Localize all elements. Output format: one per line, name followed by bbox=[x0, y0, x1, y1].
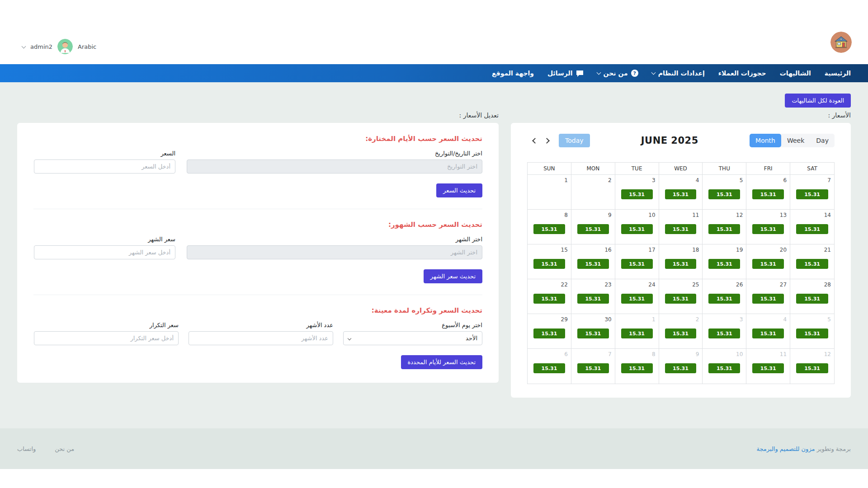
month-input[interactable] bbox=[187, 245, 482, 259]
nav-item-home[interactable]: الرئيسية bbox=[825, 70, 851, 77]
price-badge[interactable]: 15.31 bbox=[665, 259, 697, 269]
calendar-day-cell[interactable]: 715.31 bbox=[571, 349, 615, 384]
view-month-button[interactable]: Month bbox=[750, 134, 781, 147]
calendar-day-cell[interactable]: 415.31 bbox=[746, 314, 790, 349]
calendar-day-cell[interactable]: 1715.31 bbox=[615, 244, 659, 279]
calendar-day-cell[interactable]: 815.31 bbox=[615, 349, 659, 384]
calendar-day-cell[interactable]: 1 bbox=[528, 175, 571, 210]
nav-item-site-frontend[interactable]: واجهة الموقع bbox=[492, 70, 534, 77]
price-badge[interactable]: 15.31 bbox=[665, 328, 697, 338]
price-badge[interactable]: 15.31 bbox=[796, 189, 828, 199]
weekday-select[interactable]: الأحد bbox=[343, 331, 482, 345]
price-badge[interactable]: 15.31 bbox=[533, 363, 565, 373]
price-badge[interactable]: 15.31 bbox=[621, 224, 653, 234]
nav-item-about-us[interactable]: ? من نحن bbox=[597, 70, 638, 77]
price-badge[interactable]: 15.31 bbox=[752, 189, 784, 199]
calendar-day-cell[interactable]: 815.31 bbox=[528, 210, 571, 244]
calendar-day-cell[interactable]: 2215.31 bbox=[528, 279, 571, 314]
nav-item-system-settings[interactable]: إعدادات النظام bbox=[652, 70, 705, 77]
price-badge[interactable]: 15.31 bbox=[533, 294, 565, 304]
price-badge[interactable]: 15.31 bbox=[577, 259, 609, 269]
calendar-day-cell[interactable]: 1815.31 bbox=[659, 244, 703, 279]
nav-item-messages[interactable]: الرسائل bbox=[547, 70, 584, 77]
site-logo[interactable] bbox=[830, 32, 852, 53]
calendar-day-cell[interactable]: 615.31 bbox=[746, 175, 790, 210]
price-badge[interactable]: 15.31 bbox=[708, 294, 740, 304]
price-badge[interactable]: 15.31 bbox=[796, 328, 828, 338]
price-badge[interactable]: 15.31 bbox=[665, 224, 697, 234]
price-badge[interactable]: 15.31 bbox=[533, 259, 565, 269]
price-badge[interactable]: 15.31 bbox=[708, 259, 740, 269]
calendar-day-cell[interactable]: 2615.31 bbox=[703, 279, 746, 314]
calendar-day-cell[interactable]: 215.31 bbox=[659, 314, 703, 349]
calendar-day-cell[interactable]: 1215.31 bbox=[790, 349, 834, 384]
user-menu[interactable]: admin2 Arabic bbox=[22, 39, 96, 54]
price-badge[interactable]: 15.31 bbox=[752, 259, 784, 269]
price-badge[interactable]: 15.31 bbox=[621, 363, 653, 373]
price-badge[interactable]: 15.31 bbox=[621, 259, 653, 269]
language-selector[interactable]: Arabic bbox=[78, 43, 96, 50]
nav-item-customer-bookings[interactable]: حجوزات العملاء bbox=[718, 70, 766, 77]
calendar-day-cell[interactable]: 1415.31 bbox=[790, 210, 834, 244]
price-badge[interactable]: 15.31 bbox=[796, 259, 828, 269]
calendar-day-cell[interactable]: 3015.31 bbox=[571, 314, 615, 349]
price-badge[interactable]: 15.31 bbox=[708, 189, 740, 199]
back-to-chalets-button[interactable]: العودة لكل الشاليهات bbox=[785, 94, 851, 108]
dates-input[interactable] bbox=[187, 160, 482, 174]
update-month-price-button[interactable]: تحديث سعر الشهر bbox=[424, 269, 482, 283]
today-button[interactable]: Today bbox=[559, 134, 590, 147]
price-badge[interactable]: 15.31 bbox=[796, 224, 828, 234]
calendar-day-cell[interactable]: 315.31 bbox=[703, 314, 746, 349]
calendar-day-cell[interactable]: 1315.31 bbox=[746, 210, 790, 244]
calendar-day-cell[interactable]: 1115.31 bbox=[659, 210, 703, 244]
calendar-day-cell[interactable]: 2415.31 bbox=[615, 279, 659, 314]
calendar-day-cell[interactable]: 2815.31 bbox=[790, 279, 834, 314]
calendar-day-cell[interactable]: 2015.31 bbox=[746, 244, 790, 279]
calendar-day-cell[interactable]: 2515.31 bbox=[659, 279, 703, 314]
update-price-button[interactable]: تحديث السعر bbox=[436, 183, 482, 197]
price-badge[interactable]: 15.31 bbox=[577, 328, 609, 338]
calendar-day-cell[interactable]: 915.31 bbox=[659, 349, 703, 384]
calendar-day-cell[interactable]: 115.31 bbox=[615, 314, 659, 349]
price-badge[interactable]: 15.31 bbox=[665, 363, 697, 373]
price-badge[interactable]: 15.31 bbox=[577, 294, 609, 304]
calendar-day-cell[interactable]: 915.31 bbox=[571, 210, 615, 244]
calendar-day-cell[interactable]: 2 bbox=[571, 175, 615, 210]
view-day-button[interactable]: Day bbox=[810, 134, 835, 147]
price-badge[interactable]: 15.31 bbox=[665, 189, 697, 199]
next-month-button[interactable] bbox=[541, 134, 554, 147]
month-price-input[interactable] bbox=[34, 245, 175, 259]
price-badge[interactable]: 15.31 bbox=[665, 294, 697, 304]
user-avatar[interactable] bbox=[57, 39, 73, 54]
footer-link-about[interactable]: من نحن bbox=[55, 446, 74, 452]
price-badge[interactable]: 15.31 bbox=[533, 224, 565, 234]
calendar-day-cell[interactable]: 2715.31 bbox=[746, 279, 790, 314]
credit-link[interactable]: مزون للتصميم والبرمجة bbox=[756, 446, 815, 452]
calendar-day-cell[interactable]: 1015.31 bbox=[615, 210, 659, 244]
months-count-input[interactable] bbox=[189, 331, 333, 345]
price-badge[interactable]: 15.31 bbox=[708, 224, 740, 234]
price-badge[interactable]: 15.31 bbox=[708, 363, 740, 373]
price-badge[interactable]: 15.31 bbox=[621, 294, 653, 304]
prev-month-button[interactable] bbox=[527, 134, 541, 147]
price-badge[interactable]: 15.31 bbox=[621, 189, 653, 199]
price-badge[interactable]: 15.31 bbox=[796, 294, 828, 304]
calendar-day-cell[interactable]: 1615.31 bbox=[571, 244, 615, 279]
price-badge[interactable]: 15.31 bbox=[752, 363, 784, 373]
price-badge[interactable]: 15.31 bbox=[752, 328, 784, 338]
calendar-day-cell[interactable]: 1115.31 bbox=[746, 349, 790, 384]
calendar-day-cell[interactable]: 1915.31 bbox=[703, 244, 746, 279]
calendar-day-cell[interactable]: 715.31 bbox=[790, 175, 834, 210]
price-badge[interactable]: 15.31 bbox=[577, 363, 609, 373]
price-badge[interactable]: 15.31 bbox=[577, 224, 609, 234]
update-selected-days-button[interactable]: تحديث السعر للأيام المحددة bbox=[401, 355, 482, 369]
calendar-day-cell[interactable]: 2315.31 bbox=[571, 279, 615, 314]
price-badge[interactable]: 15.31 bbox=[796, 363, 828, 373]
price-badge[interactable]: 15.31 bbox=[752, 224, 784, 234]
price-badge[interactable]: 15.31 bbox=[708, 328, 740, 338]
view-week-button[interactable]: Week bbox=[781, 134, 810, 147]
calendar-day-cell[interactable]: 2115.31 bbox=[790, 244, 834, 279]
repeat-price-input[interactable] bbox=[34, 331, 179, 345]
price-badge[interactable]: 15.31 bbox=[533, 328, 565, 338]
price-badge[interactable]: 15.31 bbox=[752, 294, 784, 304]
